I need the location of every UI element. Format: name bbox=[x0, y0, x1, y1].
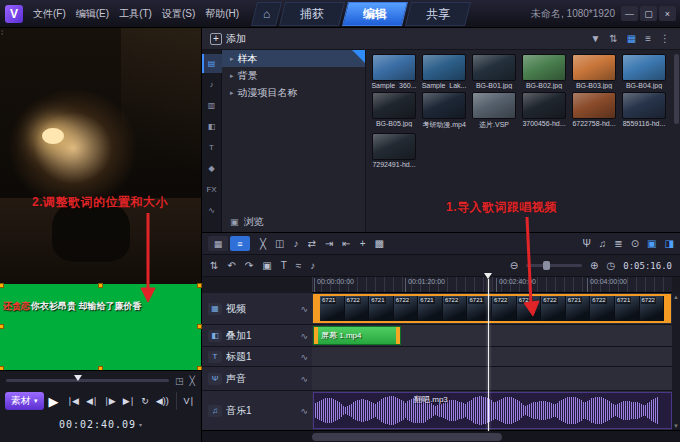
music-clip[interactable]: 翻唱.mp3 bbox=[313, 392, 672, 429]
library-folder[interactable]: ▸动漫项目名称 bbox=[222, 84, 365, 101]
graphic-icon[interactable]: ◆ bbox=[202, 159, 222, 178]
zoom-out-icon[interactable]: ⊖ bbox=[510, 260, 518, 271]
mark-out-icon[interactable]: ⇤ bbox=[342, 238, 350, 249]
media-item[interactable]: 选片.VSP bbox=[470, 92, 518, 130]
menu-item[interactable]: 设置(S) bbox=[157, 0, 200, 28]
volume-meter-button[interactable]: V∣ bbox=[176, 392, 196, 410]
library-scrollbar[interactable] bbox=[674, 54, 679, 124]
repeat-button[interactable]: ↻ bbox=[139, 392, 151, 410]
scroll-up-icon[interactable]: ▲ bbox=[673, 294, 679, 300]
enlarge-preview-icon[interactable]: ◳ bbox=[175, 376, 184, 386]
filter-flag-icon[interactable] bbox=[352, 50, 365, 63]
browse-button[interactable]: ▣浏览 bbox=[222, 215, 264, 229]
timeline-hscrollbar[interactable] bbox=[202, 430, 680, 442]
track-effect-icon[interactable]: ∿ bbox=[300, 331, 308, 341]
overlay-clip[interactable]: 屏幕 1.mp4 bbox=[313, 326, 401, 345]
title-track-lane[interactable] bbox=[312, 347, 672, 367]
hscroll-handle[interactable] bbox=[312, 433, 502, 441]
timecode-spinner-icon[interactable]: ▾ bbox=[139, 421, 142, 428]
track-header[interactable]: ▦ 视频 ∿ bbox=[202, 293, 312, 325]
media-item[interactable]: 3700456-hd... bbox=[520, 92, 568, 130]
clip-mode-button[interactable]: 素材▾ bbox=[5, 392, 44, 410]
track-effect-icon[interactable]: ∿ bbox=[300, 406, 308, 416]
video-frame-thumb[interactable]: 6722 bbox=[541, 296, 566, 321]
menu-item[interactable]: 文件(F) bbox=[28, 0, 71, 28]
resize-handle[interactable] bbox=[197, 324, 202, 329]
media-item[interactable]: BG-B01.jpg bbox=[470, 54, 518, 89]
template-icon[interactable]: ▥ bbox=[202, 96, 222, 115]
media-item[interactable]: BG-B02.jpg bbox=[520, 54, 568, 89]
media-item[interactable]: BG-B05.jpg bbox=[370, 92, 418, 130]
video-frame-thumb[interactable]: 6722 bbox=[590, 296, 615, 321]
media-item[interactable]: 7292491-hd... bbox=[370, 133, 418, 168]
media-item[interactable]: BG-B03.jpg bbox=[570, 54, 618, 89]
menu-item[interactable]: 工具(T) bbox=[114, 0, 157, 28]
video-frame-thumb[interactable]: 6722 bbox=[345, 296, 370, 321]
video-track-lane[interactable]: 6721672267216722672167226721672267216722… bbox=[312, 293, 672, 325]
clip-trim-handle-right[interactable] bbox=[664, 296, 669, 321]
track-header[interactable]: T 标题1 ∿ bbox=[202, 347, 312, 367]
chroma-grid-icon[interactable]: ▩ bbox=[375, 238, 384, 249]
transition-icon[interactable]: ◧ bbox=[202, 117, 222, 136]
menu-item[interactable]: 编辑(E) bbox=[71, 0, 114, 28]
options-icon[interactable]: ⋮ bbox=[660, 33, 670, 44]
subtitle-editor-icon[interactable]: T bbox=[281, 260, 287, 271]
prev-frame-button[interactable]: ◀∣ bbox=[84, 392, 99, 410]
resize-handle[interactable] bbox=[197, 283, 202, 288]
redo-icon[interactable]: ↷ bbox=[245, 260, 253, 271]
video-frame-thumb[interactable]: 6721 bbox=[320, 296, 345, 321]
playhead[interactable] bbox=[488, 279, 489, 431]
jump-end-button[interactable]: ▶∣ bbox=[121, 392, 136, 410]
library-folder[interactable]: ▸样本 bbox=[222, 50, 365, 67]
scroll-down-icon[interactable]: ▼ bbox=[673, 423, 679, 429]
preview-window-icon[interactable]: ▣ bbox=[647, 238, 656, 249]
media-item[interactable]: Sample_Lak... bbox=[420, 54, 468, 89]
track-header[interactable]: ◧ 叠加1 ∿ bbox=[202, 325, 312, 347]
maximize-button[interactable]: ▢ bbox=[640, 6, 657, 21]
media-item[interactable]: BG-B04.jpg bbox=[620, 54, 668, 89]
add-media-button[interactable]: +添加 bbox=[202, 32, 254, 46]
seek-handle[interactable] bbox=[74, 375, 82, 381]
close-button[interactable]: × bbox=[659, 6, 676, 21]
title-icon[interactable]: T bbox=[202, 138, 222, 157]
timeline-vscrollbar[interactable]: ▲▼ bbox=[672, 293, 680, 430]
time-remap-icon[interactable]: ≈ bbox=[296, 260, 302, 271]
timeline-ruler[interactable]: 00:00:00:0000:01:20:0000:02:40:0000:04:0… bbox=[312, 277, 672, 293]
storyboard-view-icon[interactable]: ▦ bbox=[208, 236, 228, 251]
fit-project-icon[interactable]: ◷ bbox=[606, 260, 615, 271]
playhead-handle[interactable] bbox=[484, 273, 492, 279]
filter-fx-icon[interactable]: FX bbox=[202, 180, 222, 199]
track-header[interactable]: ♫ 音乐1 ∿ bbox=[202, 391, 312, 431]
volume-button[interactable]: ◀)) bbox=[154, 392, 171, 410]
split-clip-icon[interactable]: ╳ bbox=[190, 376, 195, 386]
split-audio-icon[interactable]: ♪ bbox=[293, 238, 298, 249]
overlay-track-lane[interactable]: 屏幕 1.mp4 bbox=[312, 325, 672, 347]
video-frame-thumb[interactable]: 6721 bbox=[369, 296, 394, 321]
zoom-in-icon[interactable]: ⊕ bbox=[590, 260, 598, 271]
timeline-view-icon[interactable]: ≡ bbox=[230, 236, 250, 251]
multi-trim-icon[interactable]: ◫ bbox=[275, 238, 284, 249]
auto-music-icon[interactable]: ♫ bbox=[599, 238, 607, 249]
audio-icon[interactable]: ♪ bbox=[202, 75, 222, 94]
video-frame-thumb[interactable]: 6722 bbox=[443, 296, 468, 321]
media-icon[interactable]: ▤ bbox=[202, 54, 222, 73]
media-item[interactable]: 8559116-hd... bbox=[620, 92, 668, 130]
panel-grip-icon[interactable]: ⁞ bbox=[1, 30, 3, 35]
voice-track-lane[interactable] bbox=[312, 367, 672, 391]
track-manager-icon[interactable]: ⇅ bbox=[210, 260, 218, 271]
music-track-lane[interactable]: 翻唱.mp3 bbox=[312, 391, 672, 431]
lyrics-overlay[interactable]: 还贪恋你衣衫昂贵 却输给了廉价香 bbox=[0, 284, 202, 370]
track-header[interactable]: Ψ 声音 ∿ bbox=[202, 367, 312, 391]
sound-mixer-icon[interactable]: ≣ bbox=[614, 238, 622, 249]
video-clip[interactable]: 6721672267216722672167226721672267216722… bbox=[313, 294, 671, 323]
undo-icon[interactable]: ↶ bbox=[227, 260, 235, 271]
workspace-tab[interactable]: 共享 bbox=[405, 2, 471, 26]
ripple-edit-icon[interactable]: ⇄ bbox=[307, 238, 315, 249]
tab-home[interactable]: ⌂ bbox=[251, 2, 282, 26]
resize-handle[interactable] bbox=[0, 283, 4, 288]
audio-ducking-icon[interactable]: ♪ bbox=[310, 260, 315, 271]
zoom-slider[interactable] bbox=[526, 264, 582, 267]
video-frame-thumb[interactable]: 6722 bbox=[492, 296, 517, 321]
clip-trim-handle-right[interactable] bbox=[396, 327, 400, 344]
mark-in-icon[interactable]: ⇥ bbox=[325, 238, 333, 249]
